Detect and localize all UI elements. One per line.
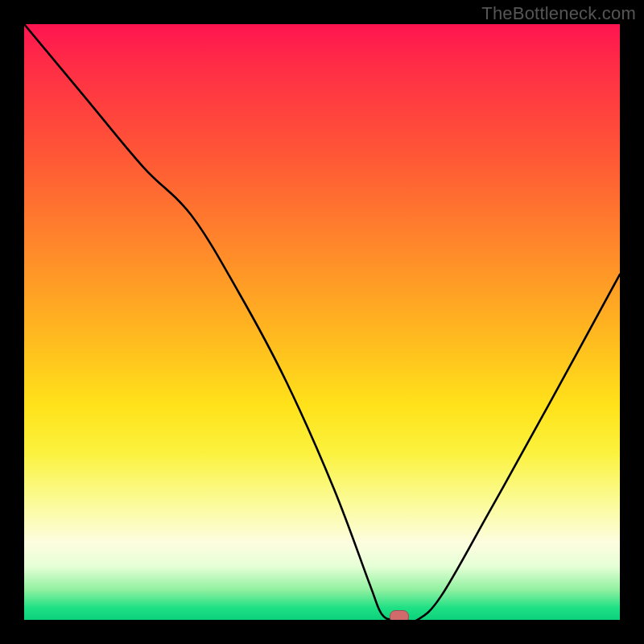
curve-svg bbox=[24, 24, 620, 620]
plot-area bbox=[24, 24, 620, 620]
marker-dot bbox=[390, 610, 409, 620]
chart-frame: TheBottleneck.com bbox=[0, 0, 644, 644]
curve-path bbox=[24, 24, 620, 620]
watermark-text: TheBottleneck.com bbox=[481, 3, 636, 24]
